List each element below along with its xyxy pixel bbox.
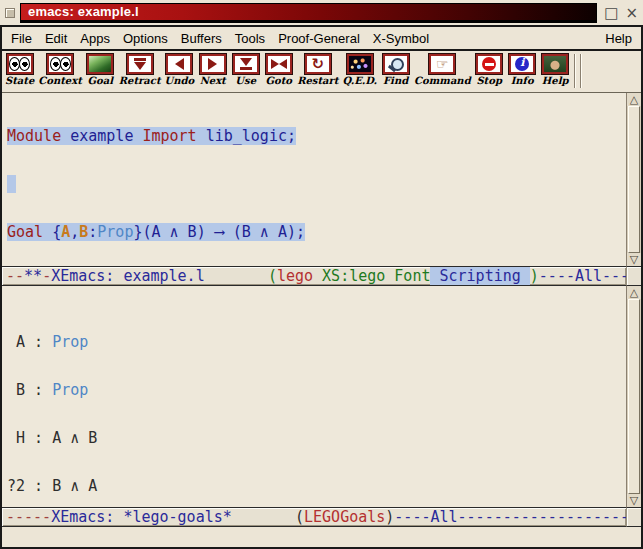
goals-modeline-text: -----XEmacs: *lego-goals* (LEGOGoals)---…	[2, 507, 626, 527]
goals-buffer[interactable]: A : Prop B : Prop H : A ∧ B ?2 : B ∧ A	[2, 286, 641, 507]
context-button[interactable]: Context	[36, 53, 83, 87]
window-title: emacs: example.l	[21, 4, 139, 19]
toolbar-separator	[580, 54, 582, 88]
stop-button[interactable]: Stop	[473, 53, 506, 87]
goals-line: H : A ∧ B	[7, 430, 625, 446]
info-circle-icon	[509, 54, 535, 74]
modeline-scrollbar-cap	[626, 266, 641, 286]
retract-icon	[127, 54, 153, 74]
menu-file[interactable]: File	[11, 31, 32, 46]
help-button[interactable]: Help	[539, 53, 572, 87]
goals-line: A : Prop	[7, 334, 625, 350]
state-button[interactable]: State	[3, 53, 36, 87]
script-scrollbar[interactable]	[626, 93, 641, 266]
undo-button[interactable]: Undo	[163, 53, 197, 87]
menu-options[interactable]: Options	[123, 31, 168, 46]
titlebar-gradient: emacs: example.l	[21, 4, 596, 20]
scrollbar-thumb[interactable]	[628, 299, 640, 494]
menu-buffers[interactable]: Buffers	[181, 31, 222, 46]
script-line: Module example Import lib_logic;	[7, 128, 625, 144]
use-icon	[233, 54, 259, 74]
scroll-up-icon[interactable]	[627, 286, 641, 299]
goals-scrollbar[interactable]	[626, 286, 641, 507]
titlebar-capsule: emacs: example.l	[20, 3, 597, 23]
restart-button[interactable]: Restart	[295, 53, 340, 87]
echo-area-minibuffer[interactable]	[2, 527, 641, 547]
emacs-frame: File Edit Apps Options Buffers Tools Pro…	[0, 25, 643, 549]
close-icon[interactable]: ×	[625, 3, 638, 23]
undo-icon	[166, 54, 192, 74]
goal-image-icon	[87, 54, 113, 74]
qed-button[interactable]: Q.E.D.	[340, 53, 379, 87]
script-modeline[interactable]: --**-XEmacs: example.l (lego XS:lego Fon…	[2, 266, 641, 286]
next-button[interactable]: Next	[196, 53, 229, 87]
eyes-icon	[7, 54, 33, 74]
goals-modeline[interactable]: -----XEmacs: *lego-goals* (LEGOGoals)---…	[2, 507, 641, 527]
window-menu-button[interactable]	[5, 8, 15, 18]
command-hand-icon	[429, 54, 455, 74]
menu-tools[interactable]: Tools	[235, 31, 265, 46]
menu-help[interactable]: Help	[605, 31, 632, 46]
info-button[interactable]: Info	[506, 53, 539, 87]
script-line	[7, 176, 625, 192]
menu-proof-general[interactable]: Proof-General	[278, 31, 360, 46]
goals-line: B : Prop	[7, 382, 625, 398]
help-person-icon	[542, 54, 568, 74]
script-modeline-text: --**-XEmacs: example.l (lego XS:lego Fon…	[2, 266, 626, 286]
scroll-down-icon[interactable]	[627, 494, 641, 507]
menu-x-symbol[interactable]: X-Symbol	[373, 31, 429, 46]
toolbar-separator	[574, 54, 576, 88]
restart-icon	[305, 54, 331, 74]
goto-button[interactable]: Goto	[262, 53, 295, 87]
maximize-icon[interactable]: □	[604, 3, 618, 23]
scrollbar-thumb[interactable]	[628, 106, 640, 253]
menu-apps[interactable]: Apps	[80, 31, 110, 46]
script-line: Goal {A,B:Prop}(A ∧ B) ⟶ (B ∧ A);	[7, 224, 625, 240]
goal-button[interactable]: Goal	[84, 53, 117, 87]
command-button[interactable]: Command	[412, 53, 473, 87]
scroll-down-icon[interactable]	[627, 253, 641, 266]
use-button[interactable]: Use	[229, 53, 262, 87]
menu-bar: File Edit Apps Options Buffers Tools Pro…	[2, 27, 641, 51]
script-buffer[interactable]: Module example Import lib_logic; Goal {A…	[2, 93, 641, 266]
find-magnifier-icon	[383, 54, 409, 74]
qed-fireworks-icon	[347, 54, 373, 74]
scroll-up-icon[interactable]	[627, 93, 641, 106]
stop-sign-icon	[476, 54, 502, 74]
window-titlebar[interactable]: emacs: example.l □ ×	[0, 0, 643, 25]
goto-icon	[266, 54, 292, 74]
next-icon	[200, 54, 226, 74]
menu-edit[interactable]: Edit	[45, 31, 67, 46]
find-button[interactable]: Find	[379, 53, 412, 87]
eyes-icon	[47, 54, 73, 74]
modeline-scrollbar-cap	[626, 507, 641, 527]
retract-button[interactable]: Retract	[117, 53, 163, 87]
proof-toolbar: State Context Goal Retract Undo Next Use	[2, 51, 641, 93]
goals-line: ?2 : B ∧ A	[7, 478, 625, 494]
